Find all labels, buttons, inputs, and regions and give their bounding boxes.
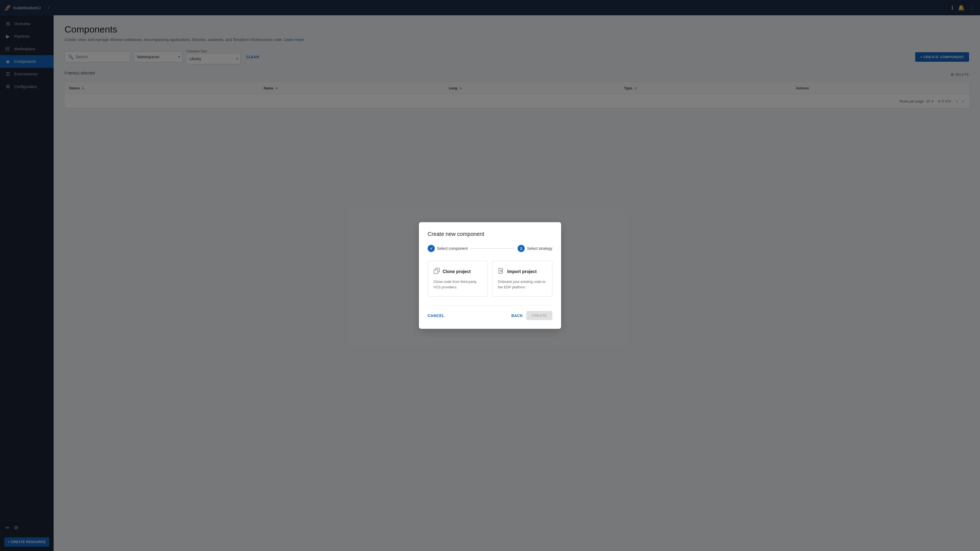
clone-card-header: Clone project: [433, 268, 482, 276]
step-1: ✓ Select component: [428, 245, 468, 252]
create-component-modal: Create new component ✓ Select component …: [419, 222, 561, 329]
modal-footer: CANCEL BACK CREATE: [428, 305, 552, 320]
import-project-card[interactable]: Import project Onboard your existing cod…: [492, 261, 552, 297]
step-2-label: Select strategy: [527, 246, 552, 251]
back-button[interactable]: BACK: [511, 311, 523, 320]
stepper: ✓ Select component 2 Select strategy: [428, 245, 552, 252]
step-2: 2 Select strategy: [518, 245, 552, 252]
step-2-number: 2: [520, 246, 522, 251]
step-connector: [471, 248, 514, 249]
clone-project-card[interactable]: Clone project Clone code from third-part…: [428, 261, 488, 297]
modal-footer-right: BACK CREATE: [511, 311, 552, 320]
modal-overlay: Create new component ✓ Select component …: [0, 0, 980, 551]
step-1-label: Select component: [437, 246, 468, 251]
step-1-check-icon: ✓: [430, 246, 433, 251]
cancel-button[interactable]: CANCEL: [428, 313, 444, 318]
clone-card-title: Clone project: [443, 269, 471, 274]
step-2-circle: 2: [518, 245, 525, 252]
create-button[interactable]: CREATE: [527, 311, 552, 320]
svg-rect-1: [434, 270, 438, 273]
import-card-header: Import project: [498, 268, 547, 276]
clone-card-description: Clone code from third-party VCS provider…: [433, 279, 482, 290]
modal-title: Create new component: [428, 231, 552, 237]
import-card-description: Onboard your existing code to the EDP pl…: [498, 279, 547, 290]
import-card-title: Import project: [507, 269, 537, 274]
step-1-circle: ✓: [428, 245, 435, 252]
option-cards: Clone project Clone code from third-part…: [428, 261, 552, 297]
import-icon: [498, 268, 504, 276]
clone-icon: [433, 268, 440, 276]
